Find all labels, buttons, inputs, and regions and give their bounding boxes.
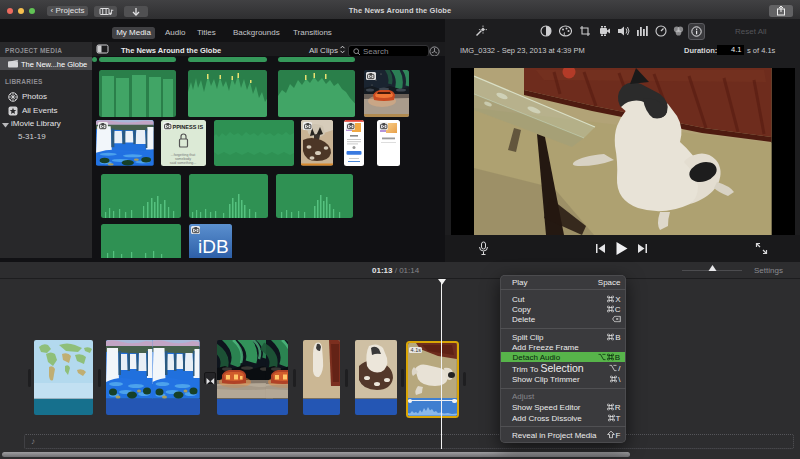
svg-text:iDB: iDB	[198, 236, 229, 257]
